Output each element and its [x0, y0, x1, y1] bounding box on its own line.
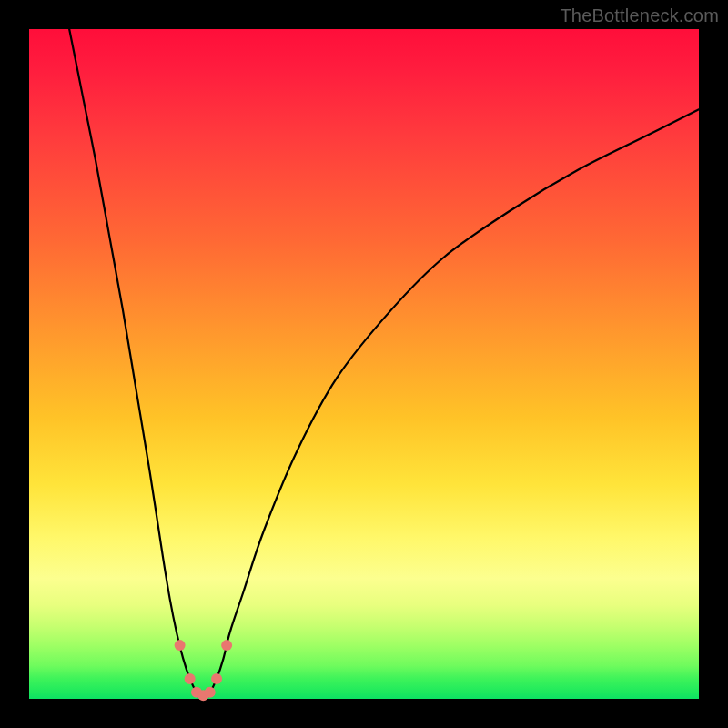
plot-area [29, 29, 699, 699]
plot-svg [29, 29, 699, 699]
valley-marker-dot [211, 673, 222, 684]
valley-marker-dot [205, 687, 216, 698]
valley-marker-dot [221, 640, 232, 651]
valley-markers [175, 640, 233, 701]
watermark-text: TheBottleneck.com [560, 5, 719, 26]
curve-right-branch [203, 109, 699, 699]
valley-marker-dot [185, 673, 196, 684]
curve-left-branch [69, 29, 203, 699]
valley-marker-dot [175, 640, 186, 651]
chart-frame: TheBottleneck.com [0, 0, 728, 728]
